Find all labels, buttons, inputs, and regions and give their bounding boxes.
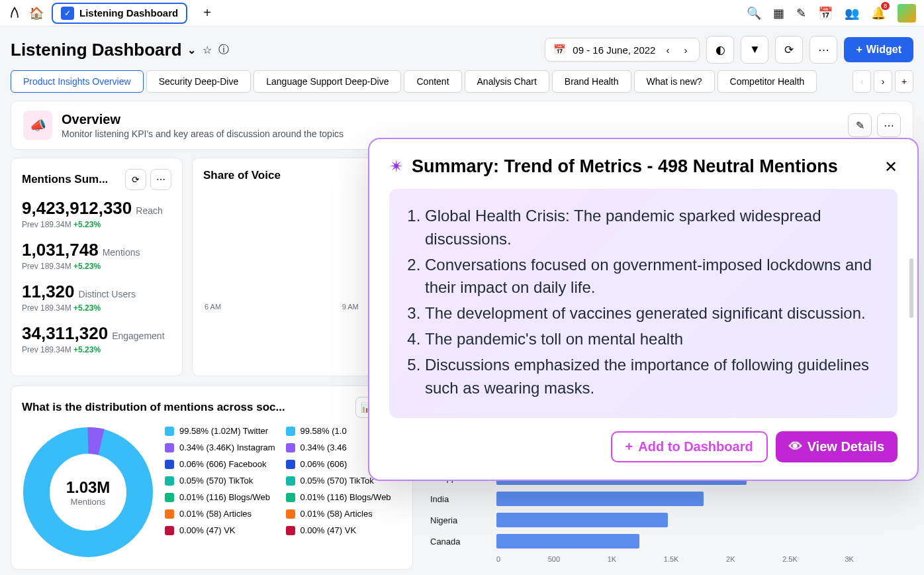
top-bar: 🏠 ✓ Listening Dashboard + 🔍 ▦ ✎ 📅 👥 🔔8: [0, 0, 924, 26]
tabs-prev-icon[interactable]: ‹: [853, 70, 871, 93]
legend-text: 99.58% (1.02M) Twitter: [179, 426, 268, 436]
refresh-mentions-button[interactable]: ⟳: [125, 169, 146, 190]
app-logo[interactable]: [8, 7, 21, 20]
edit-overview-button[interactable]: ✎: [848, 113, 872, 137]
add-to-dashboard-button[interactable]: + Add to Dashboard: [611, 431, 768, 462]
bell-icon[interactable]: 🔔8: [871, 6, 886, 21]
overview-more-button[interactable]: ⋯: [877, 113, 901, 137]
legend-text: 0.05% (570) TikTok: [179, 476, 253, 486]
info-icon[interactable]: ⓘ: [218, 43, 229, 57]
tab-language[interactable]: Language Support Deep-Dive: [254, 70, 401, 93]
country-tick: 0: [496, 555, 500, 563]
legend-swatch: [286, 476, 295, 486]
page-header: Listening Dashboard ⌄ ☆ ⓘ 📅 09 - 16 June…: [0, 26, 924, 70]
legend-item: 0.01% (58) Articles: [165, 509, 275, 519]
summary-item: The pandemic's toll on mental health: [425, 328, 879, 351]
tab-product-insights[interactable]: Product Insights Overview: [11, 70, 144, 93]
star-icon[interactable]: ☆: [203, 44, 212, 56]
page-title[interactable]: Listening Dashboard ⌄: [11, 40, 196, 60]
page-title-text: Listening Dashboard: [11, 40, 182, 60]
legend-item: 0.00% (47) VK: [165, 525, 275, 535]
view-details-button[interactable]: 👁 View Details: [776, 431, 898, 462]
legend-text: 0.06% (606): [300, 459, 347, 469]
tab-label: Listening Dashboard: [79, 7, 178, 19]
tab-competitor[interactable]: Competitor Health: [717, 70, 817, 93]
prev-date-icon[interactable]: ‹: [662, 44, 673, 56]
mentions-summary-widget: Mentions Sum... ⟳ ⋯ 9,423,912,330ReachPr…: [11, 158, 183, 376]
home-icon[interactable]: 🏠: [29, 6, 44, 21]
filter-button[interactable]: ▼: [741, 36, 768, 64]
legend-text: 0.01% (116) Blogs/Web: [179, 492, 270, 502]
topbar-right: 🔍 ▦ ✎ 📅 👥 🔔8: [747, 4, 916, 23]
legend-item: 0.34% (3.46K) Instagram: [165, 443, 275, 452]
summary-item: Discussions emphasized the importance of…: [425, 354, 879, 400]
tab-doc-icon: ✓: [61, 7, 74, 20]
date-range-picker[interactable]: 📅 09 - 16 June, 2022 ‹ ›: [545, 38, 700, 62]
tabs-add-icon[interactable]: +: [895, 70, 913, 93]
add-tab-icon[interactable]: +: [203, 5, 211, 21]
country-axis: 05001K1.5K2K2.5K3K: [496, 555, 854, 563]
donut-value: 1.03M: [66, 478, 111, 497]
legend-swatch: [165, 427, 174, 436]
apps-icon[interactable]: ▦: [773, 6, 784, 21]
summary-item: Conversations focused on government-impo…: [425, 254, 879, 300]
metric-label: Distinct Users: [79, 289, 136, 299]
legend-swatch: [286, 509, 295, 519]
country-tick: 2.5K: [782, 555, 798, 563]
bell-badge: 8: [881, 2, 890, 10]
calendar-icon[interactable]: 📅: [818, 6, 833, 21]
tabs-nav: ‹ › +: [853, 70, 913, 93]
view-label: View Details: [808, 439, 884, 454]
donut-center: 1.03M Mentions: [66, 478, 111, 507]
legend-item: 0.01% (116) Blogs/Web: [286, 492, 391, 502]
widget-button-label: Widget: [866, 44, 901, 56]
mentions-title: Mentions Sum...: [22, 173, 108, 186]
more-button[interactable]: ⋯: [809, 36, 837, 64]
legend-item: 0.05% (570) TikTok: [165, 476, 275, 486]
tab-analysis[interactable]: Analysis Chart: [465, 70, 549, 93]
country-row: Canada: [430, 534, 854, 549]
date-range-text: 09 - 16 June, 2022: [573, 44, 655, 56]
close-icon[interactable]: ✕: [884, 158, 898, 176]
eye-icon: 👁: [789, 439, 802, 454]
metric-value: 9,423,912,330: [22, 198, 132, 218]
legend-item: 0.06% (606) Facebook: [165, 459, 275, 469]
legend-swatch: [286, 493, 295, 502]
mentions-more-button[interactable]: ⋯: [150, 169, 171, 190]
sov-tick: 9 AM: [342, 303, 359, 311]
tab-security[interactable]: Security Deep-Dive: [146, 70, 252, 93]
country-tick: 500: [548, 555, 560, 563]
sparkle-icon: ✴: [389, 156, 404, 177]
tabs-next-icon[interactable]: ›: [874, 70, 892, 93]
country-tick: 1.5K: [664, 555, 679, 563]
people-icon[interactable]: 👥: [845, 6, 859, 21]
megaphone-icon: 📣: [23, 111, 52, 140]
add-label: Add to Dashboard: [638, 439, 753, 454]
popup-scrollbar[interactable]: [909, 258, 913, 318]
add-widget-button[interactable]: + Widget: [844, 37, 913, 62]
metric-item: 1,031,748MentionsPrev 189.34M +5.23%: [22, 240, 171, 271]
avatar[interactable]: [898, 4, 916, 23]
tab-whats-new[interactable]: What is new?: [634, 70, 715, 93]
chevron-down-icon[interactable]: ⌄: [187, 44, 196, 56]
overview-actions: ✎ ⋯: [848, 113, 901, 137]
metric-value: 11,320: [22, 282, 75, 301]
legend-swatch: [286, 526, 295, 535]
country-label: Canada: [430, 537, 496, 547]
metric-label: Mentions: [103, 247, 140, 258]
legend-item: 0.01% (116) Blogs/Web: [165, 492, 275, 502]
legend-text: 0.01% (116) Blogs/Web: [300, 492, 391, 502]
tab-brand-health[interactable]: Brand Health: [552, 70, 631, 93]
refresh-button[interactable]: ⟳: [775, 36, 803, 64]
theme-toggle-button[interactable]: ◐: [706, 36, 734, 64]
tab-content[interactable]: Content: [404, 70, 461, 93]
distribution-title: What is the distribution of mentions acr…: [22, 401, 285, 414]
metric-item: 11,320Distinct UsersPrev 189.34M +5.23%: [22, 282, 171, 313]
search-icon[interactable]: 🔍: [747, 6, 761, 21]
legend-swatch: [286, 460, 295, 469]
legend-text: 0.00% (47) VK: [300, 525, 357, 535]
legend-text: 0.00% (47) VK: [179, 525, 236, 535]
compose-icon[interactable]: ✎: [796, 6, 806, 21]
workspace-tab[interactable]: ✓ Listening Dashboard: [52, 3, 187, 24]
next-date-icon[interactable]: ›: [680, 44, 691, 56]
